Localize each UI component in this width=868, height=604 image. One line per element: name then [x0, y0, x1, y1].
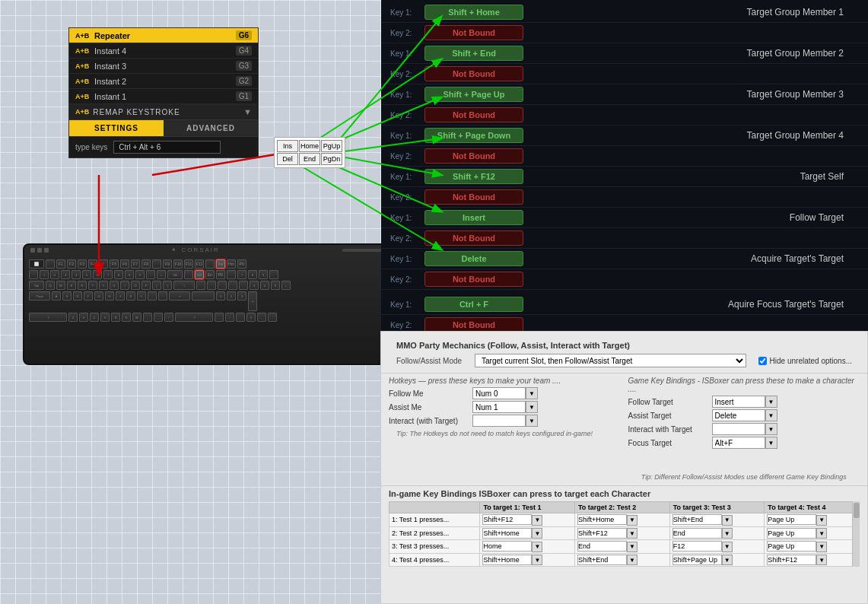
key2-label: Key 2:: [390, 193, 424, 202]
ingame-input[interactable]: [767, 541, 816, 552]
key1-btn-acquire[interactable]: Delete: [424, 251, 523, 266]
ingame-input[interactable]: [672, 555, 722, 565]
interact-input[interactable]: [472, 415, 526, 427]
follow-me-input[interactable]: [472, 387, 526, 399]
focus-target-btn[interactable]: ▼: [765, 437, 777, 449]
ingame-input[interactable]: [482, 528, 532, 539]
follow-mode-select[interactable]: Target current Slot, then Follow/Assist …: [475, 354, 746, 367]
follow-me-btn[interactable]: ▼: [526, 387, 538, 399]
ingame-input[interactable]: [672, 528, 722, 539]
key2-btn-acquire[interactable]: Not Bound: [424, 272, 523, 287]
arrow-btn[interactable]: ▼: [722, 555, 733, 565]
key1-btn-member2[interactable]: Shift + End: [424, 46, 523, 61]
cell-4-1: ▼: [480, 553, 575, 567]
ab-icon: A+B: [75, 62, 91, 70]
assist-me-btn[interactable]: ▼: [526, 401, 538, 413]
arrow-btn[interactable]: ▼: [532, 515, 542, 526]
ingame-input[interactable]: [482, 541, 532, 552]
key2-btn-member2[interactable]: Not Bound: [424, 66, 523, 81]
follow-mode-label: Follow/Assist Mode: [396, 357, 469, 365]
assist-me-input[interactable]: [472, 401, 526, 413]
assist-target-input[interactable]: [712, 409, 765, 421]
ingame-input[interactable]: [672, 541, 722, 552]
type-input[interactable]: [113, 141, 221, 154]
arrow-btn[interactable]: ▼: [722, 515, 733, 526]
key2-label: Key 2:: [390, 70, 424, 78]
remap-row[interactable]: A+B REMAP KEYSTROKE ▼: [69, 104, 258, 120]
follow-target-input[interactable]: [712, 396, 765, 408]
key1-btn-follow[interactable]: Insert: [424, 210, 523, 225]
key1-btn-member1[interactable]: Shift + Home: [424, 5, 523, 20]
arrow-btn[interactable]: ▼: [816, 555, 827, 565]
key1-label: Key 1:: [390, 173, 424, 181]
corsair-row-instant2[interactable]: A+B Instant 2 G2: [69, 74, 258, 89]
ingame-input[interactable]: [767, 555, 816, 565]
cell-4-3: ▼: [669, 553, 765, 567]
arrow-btn[interactable]: ▼: [816, 528, 827, 539]
ingame-input[interactable]: [767, 514, 816, 525]
interact-row: Interact (with Target) ▼: [389, 415, 621, 427]
assist-me-label: Assist Me: [389, 403, 472, 412]
arrow-btn[interactable]: ▼: [816, 515, 827, 526]
key2-label: Key 2:: [390, 234, 424, 243]
hotkeys-left-label: Hotkeys — press these keys to make your …: [389, 377, 621, 385]
interact-btn[interactable]: ▼: [526, 415, 538, 427]
ingame-input[interactable]: [482, 514, 532, 525]
key1-label: Key 1:: [390, 214, 424, 222]
key2-btn-member1[interactable]: Not Bound: [424, 25, 523, 40]
arrow-btn[interactable]: ▼: [627, 515, 637, 526]
col-header-3: To target 3: Test 3: [669, 502, 765, 513]
ingame-input[interactable]: [482, 555, 532, 565]
pgup-key: PgUp: [321, 140, 342, 152]
key-badge: G1: [236, 91, 252, 101]
interact-target-input[interactable]: [712, 423, 765, 435]
tab-settings[interactable]: SETTINGS: [69, 120, 164, 136]
tab-advanced[interactable]: ADVANCED: [164, 120, 258, 136]
hide-checkbox[interactable]: [758, 357, 767, 365]
table-row: 3: Test 3 presses... ▼ ▼ ▼ ▼: [389, 540, 860, 554]
arrow-btn[interactable]: ▼: [816, 542, 827, 552]
binding-follow-target-k2: Key 2: Not Bound: [381, 228, 868, 249]
arrow-btn[interactable]: ▼: [627, 555, 637, 565]
dropdown-icon: ▼: [243, 107, 252, 116]
scrollbar[interactable]: [852, 501, 860, 567]
key2-btn-self[interactable]: Not Bound: [424, 189, 523, 205]
binding-target-self: Key 1: Shift + F12 Target Self: [381, 167, 868, 187]
ingame-input[interactable]: [577, 555, 627, 565]
cell-1-1: ▼: [480, 513, 575, 527]
interact-target-btn[interactable]: ▼: [765, 423, 777, 435]
corsair-panel: A+B Repeater G6 A+B Instant 4 G4 A+B Ins…: [68, 27, 259, 158]
assist-target-btn[interactable]: ▼: [765, 409, 777, 421]
arrow-btn[interactable]: ▼: [627, 542, 637, 552]
key1-btn-focus[interactable]: Ctrl + F: [424, 297, 523, 312]
key1-btn-member4[interactable]: Shift + Page Down: [424, 128, 523, 143]
key1-btn-member3[interactable]: Shift + Page Up: [424, 87, 523, 102]
ingame-input[interactable]: [672, 514, 722, 525]
arrow-btn[interactable]: ▼: [722, 542, 733, 552]
arrow-btn[interactable]: ▼: [532, 555, 542, 565]
key2-btn-member3[interactable]: Not Bound: [424, 107, 523, 122]
ingame-input[interactable]: [577, 528, 627, 539]
follow-target-btn[interactable]: ▼: [765, 396, 777, 408]
key2-btn-member4[interactable]: Not Bound: [424, 148, 523, 164]
ingame-input[interactable]: [767, 528, 816, 539]
arrow-btn[interactable]: ▼: [627, 528, 637, 539]
key2-btn-focus[interactable]: Not Bound: [424, 317, 523, 332]
key2-btn-follow[interactable]: Not Bound: [424, 230, 523, 246]
col-header-0: [389, 502, 480, 513]
focus-target-input[interactable]: [712, 437, 765, 449]
type-row: type keys: [69, 137, 258, 157]
row-label: Repeater: [94, 31, 236, 40]
arrow-btn[interactable]: ▼: [532, 528, 542, 539]
arrow-btn[interactable]: ▼: [532, 542, 542, 552]
ingame-input[interactable]: [577, 514, 627, 525]
ingame-input[interactable]: [577, 541, 627, 552]
corsair-row-repeater[interactable]: A+B Repeater G6: [69, 28, 258, 43]
key1-btn-self[interactable]: Shift + F12: [424, 169, 523, 184]
corsair-row-instant1[interactable]: A+B Instant 1 G1: [69, 89, 258, 104]
remap-label: REMAP KEYSTROKE: [93, 108, 240, 116]
interact-target-label: Interact with Target: [628, 425, 712, 434]
corsair-row-instant4[interactable]: A+B Instant 4 G4: [69, 43, 258, 59]
corsair-row-instant3[interactable]: A+B Instant 3 G3: [69, 59, 258, 74]
arrow-btn[interactable]: ▼: [722, 528, 733, 539]
